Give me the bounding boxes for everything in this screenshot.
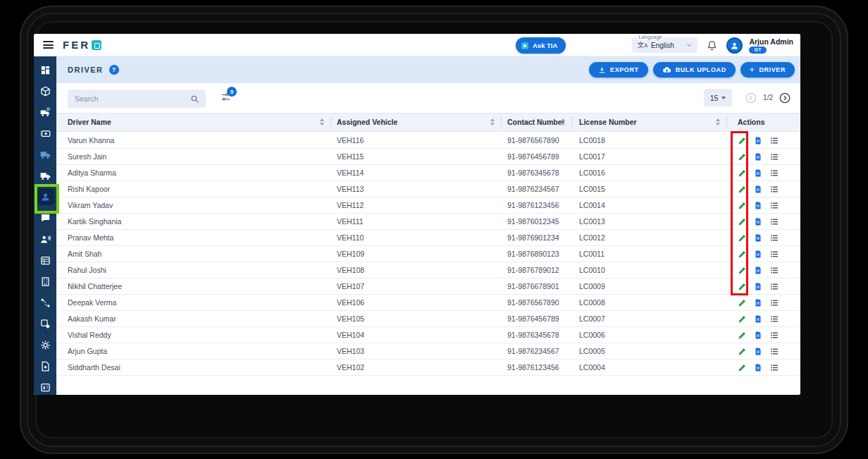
edit-pencil-icon[interactable] xyxy=(738,169,747,178)
sidebar-item-messages[interactable] xyxy=(36,209,54,226)
document-icon[interactable] xyxy=(754,314,762,324)
bulk-upload-button[interactable]: BULK UPLOAD xyxy=(653,62,736,78)
document-icon[interactable] xyxy=(754,347,762,356)
sidebar-item-fleet[interactable] xyxy=(36,167,54,184)
drivers-person-icon xyxy=(40,192,51,202)
edit-pencil-icon[interactable] xyxy=(738,233,747,243)
pager: 1/2 xyxy=(745,92,790,104)
table-row: Siddharth Desai VEH102 91-9876123456 LC0… xyxy=(56,360,800,376)
table-report-icon xyxy=(40,255,51,266)
ask-tia-button[interactable]: Ask TIA xyxy=(516,37,566,54)
cell-contact-number: 91-9876901234 xyxy=(502,233,572,242)
cell-assigned-vehicle: VEH112 xyxy=(331,201,502,209)
edit-pencil-icon[interactable] xyxy=(738,331,747,340)
edit-pencil-icon[interactable] xyxy=(738,152,747,161)
details-list-icon[interactable] xyxy=(769,201,779,210)
details-list-icon[interactable] xyxy=(769,185,779,194)
document-icon[interactable] xyxy=(754,152,762,161)
details-list-icon[interactable] xyxy=(769,217,779,226)
cell-actions xyxy=(727,298,800,307)
next-page-button[interactable] xyxy=(779,92,790,104)
add-driver-button[interactable]: + DRIVER xyxy=(740,62,795,78)
edit-pencil-icon[interactable] xyxy=(738,217,747,226)
sidebar-item-company[interactable] xyxy=(36,273,54,290)
document-icon[interactable] xyxy=(754,185,762,194)
document-icon[interactable] xyxy=(754,169,762,178)
page-size-select[interactable]: 15 xyxy=(704,89,732,106)
column-header-license-number[interactable]: License Number xyxy=(572,114,727,131)
sidebar-item-settings[interactable] xyxy=(36,336,54,353)
column-header-driver-name[interactable]: Driver Name xyxy=(56,114,331,131)
details-list-icon[interactable] xyxy=(769,266,779,275)
page-header: DRIVER ? EXPORT BULK UPLOAD + DRIVER xyxy=(56,56,800,83)
sidebar-item-contacts[interactable] xyxy=(36,231,54,247)
routes-icon xyxy=(40,298,51,308)
details-list-icon[interactable] xyxy=(769,233,779,243)
language-select[interactable]: Language 文A English xyxy=(632,37,698,53)
edit-pencil-icon[interactable] xyxy=(738,314,747,324)
details-list-icon[interactable] xyxy=(769,363,779,372)
details-list-icon[interactable] xyxy=(769,152,779,161)
sidebar-item-payments[interactable] xyxy=(36,125,54,142)
notifications-bell-icon[interactable] xyxy=(707,40,717,51)
details-list-icon[interactable] xyxy=(769,314,779,324)
document-icon[interactable] xyxy=(754,363,762,372)
document-icon[interactable] xyxy=(754,250,762,259)
document-icon[interactable] xyxy=(754,331,762,340)
sidebar-item-id-cards[interactable] xyxy=(36,379,54,395)
details-list-icon[interactable] xyxy=(769,136,779,145)
sidebar-item-inventory[interactable] xyxy=(36,315,54,332)
edit-pencil-icon[interactable] xyxy=(738,363,747,372)
filter-button[interactable]: 5 xyxy=(221,92,231,105)
sidebar-item-orders[interactable] xyxy=(36,82,54,99)
column-header-assigned-vehicle[interactable]: Assigned Vehicle xyxy=(331,114,502,131)
sort-icon[interactable] xyxy=(320,118,324,126)
bulk-upload-label: BULK UPLOAD xyxy=(676,66,726,73)
details-list-icon[interactable] xyxy=(769,282,779,291)
edit-pencil-icon[interactable] xyxy=(738,347,747,356)
user-avatar[interactable] xyxy=(726,37,743,54)
document-icon[interactable] xyxy=(754,233,762,243)
sidebar-item-transport[interactable] xyxy=(36,146,54,163)
export-button[interactable]: EXPORT xyxy=(589,62,648,78)
document-icon[interactable] xyxy=(754,266,762,275)
document-icon[interactable] xyxy=(754,282,762,291)
document-gear-icon xyxy=(40,361,51,372)
edit-pencil-icon[interactable] xyxy=(738,250,747,259)
sidebar-item-drivers[interactable] xyxy=(36,188,54,205)
document-icon[interactable] xyxy=(754,298,762,307)
details-list-icon[interactable] xyxy=(769,347,779,356)
edit-pencil-icon[interactable] xyxy=(738,266,747,275)
details-list-icon[interactable] xyxy=(769,298,779,307)
sort-icon[interactable] xyxy=(561,118,565,126)
search-input[interactable] xyxy=(68,94,190,103)
column-header-contact-number[interactable]: Contact Number xyxy=(502,114,572,131)
edit-pencil-icon[interactable] xyxy=(738,136,747,145)
edit-pencil-icon[interactable] xyxy=(738,201,747,210)
edit-pencil-icon[interactable] xyxy=(738,282,747,291)
sort-icon[interactable] xyxy=(716,118,720,126)
edit-pencil-icon[interactable] xyxy=(738,298,747,307)
document-icon[interactable] xyxy=(754,136,762,145)
user-name: Arjun Admin xyxy=(749,37,793,46)
details-list-icon[interactable] xyxy=(769,169,779,178)
document-icon[interactable] xyxy=(754,201,762,210)
details-list-icon[interactable] xyxy=(769,331,779,340)
language-value: English xyxy=(651,42,682,49)
sidebar-item-shipments[interactable] xyxy=(36,104,54,121)
prev-page-button[interactable] xyxy=(745,92,757,104)
details-list-icon[interactable] xyxy=(769,250,779,259)
document-icon[interactable] xyxy=(754,217,762,226)
sidebar-item-reports[interactable] xyxy=(36,252,54,269)
edit-pencil-icon[interactable] xyxy=(738,185,747,194)
cell-driver-name: Deepak Verma xyxy=(56,298,331,307)
sidebar-item-dashboard[interactable] xyxy=(36,61,54,78)
sort-icon[interactable] xyxy=(490,118,495,126)
package-icon xyxy=(40,86,51,97)
help-icon[interactable]: ? xyxy=(109,65,119,75)
cell-actions xyxy=(727,201,800,210)
add-driver-label: DRIVER xyxy=(759,66,786,73)
sidebar-item-routes[interactable] xyxy=(36,294,54,311)
hamburger-menu-icon[interactable] xyxy=(43,41,54,49)
sidebar-item-documents[interactable] xyxy=(36,357,54,374)
